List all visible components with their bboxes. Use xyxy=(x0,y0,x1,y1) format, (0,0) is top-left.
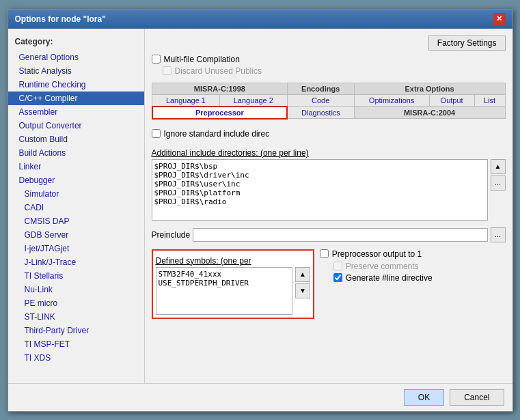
compilation-options: Multi-file Compilation Discard Unused Pu… xyxy=(152,55,506,76)
sidebar-item-linker[interactable]: Linker xyxy=(8,160,144,173)
defined-symbols-scroll-down[interactable]: ▼ xyxy=(295,283,310,298)
tab-header-misra1998: MISRA-C:1998 xyxy=(152,83,288,94)
additional-include-section: Additional include directories: (one per… xyxy=(152,145,506,221)
preinclude-label: Preinclude xyxy=(152,230,191,240)
include-scroll-up[interactable]: ▲ xyxy=(491,159,506,174)
discard-unused-checkbox-row: Discard Unused Publics xyxy=(152,66,506,76)
dialog: Options for node "lora" ✕ Category: Gene… xyxy=(8,9,513,412)
sidebar-item-debugger[interactable]: Debugger xyxy=(8,173,144,187)
generate-directive-label: Generate #line directive xyxy=(346,273,433,283)
tab-language1[interactable]: Language 1 xyxy=(152,94,220,107)
sidebar-item-jlink[interactable]: J-Link/J-Trace xyxy=(8,255,144,269)
tab-list[interactable]: List xyxy=(474,94,505,107)
defined-symbols-input[interactable]: STM32F40_41xxx USE_STDPERIPH_DRIVER xyxy=(156,267,292,315)
preinclude-row: Preinclude … xyxy=(152,227,506,242)
tab-diagnostics[interactable]: Diagnostics xyxy=(287,107,354,119)
defined-symbols-buttons: ▲ ▼ xyxy=(295,267,310,315)
preproc-options: Preserve comments Generate #line directi… xyxy=(320,262,506,283)
tab-preprocessor[interactable]: Preprocessor xyxy=(152,107,288,119)
sidebar-item-gdb-server[interactable]: GDB Server xyxy=(8,228,144,242)
factory-settings-button[interactable]: Factory Settings xyxy=(428,36,506,51)
preprocessor-right: Preprocessor output to 1 Preserve commen… xyxy=(320,249,506,319)
sidebar: Category: General Options Static Analysi… xyxy=(8,29,145,383)
generate-directive-option: Generate #line directive xyxy=(333,273,506,283)
tab-header-encodings: Encodings xyxy=(287,83,354,94)
sidebar-item-st-link[interactable]: ST-LINK xyxy=(8,310,144,324)
tabs-table: MISRA-C:1998 Encodings Extra Options Lan… xyxy=(152,83,506,120)
ignore-include-row: Ignore standard include direc xyxy=(152,129,506,139)
discard-unused-label: Discard Unused Publics xyxy=(175,66,262,76)
sidebar-item-build-actions[interactable]: Build Actions xyxy=(8,146,144,160)
sidebar-item-assembler[interactable]: Assembler xyxy=(8,105,144,119)
tab-code[interactable]: Code xyxy=(287,94,354,107)
tab-output[interactable]: Output xyxy=(429,94,474,107)
sidebar-item-ijet[interactable]: I-jet/JTAGjet xyxy=(8,242,144,255)
sidebar-item-ti-msp[interactable]: TI MSP-FET xyxy=(8,337,144,351)
ok-button[interactable]: OK xyxy=(404,389,444,406)
dialog-footer: OK Cancel xyxy=(8,383,512,411)
defined-symbols-scroll-up[interactable]: ▲ xyxy=(295,267,310,282)
sidebar-item-output-converter[interactable]: Output Converter xyxy=(8,119,144,132)
sidebar-item-static[interactable]: Static Analysis xyxy=(8,64,144,78)
defined-symbols-label: Defined symbols: (one per xyxy=(156,256,310,266)
sidebar-item-runtime[interactable]: Runtime Checking xyxy=(8,78,144,92)
tab-header-extra: Extra Options xyxy=(354,83,505,94)
discard-unused-checkbox[interactable] xyxy=(163,66,172,75)
factory-settings-row: Factory Settings xyxy=(152,36,506,51)
sidebar-item-third-party[interactable]: Third-Party Driver xyxy=(8,324,144,337)
multi-file-label: Multi-file Compilation xyxy=(164,55,240,64)
tab-misra2004: MISRA-C:2004 xyxy=(354,107,505,119)
multi-file-checkbox-row: Multi-file Compilation xyxy=(152,55,506,64)
close-button[interactable]: ✕ xyxy=(493,13,506,25)
generate-directive-checkbox[interactable] xyxy=(333,273,342,282)
include-scroll-buttons: ▲ … xyxy=(491,159,506,221)
preserve-comments-checkbox[interactable] xyxy=(333,262,342,270)
title-bar: Options for node "lora" ✕ xyxy=(8,10,512,29)
sidebar-item-simulator[interactable]: Simulator xyxy=(8,187,144,201)
tab-language2[interactable]: Language 2 xyxy=(219,94,287,107)
defined-symbols-wrapper: STM32F40_41xxx USE_STDPERIPH_DRIVER ▲ ▼ xyxy=(156,267,310,315)
preinclude-browse-btn[interactable]: … xyxy=(491,227,506,242)
sidebar-item-ti-stellaris[interactable]: TI Stellaris xyxy=(8,269,144,283)
include-area-wrapper: $PROJ_DIR$\bsp $PROJ_DIR$\driver\inc $PR… xyxy=(152,159,506,221)
preserve-comments-option: Preserve comments xyxy=(333,262,506,271)
preproc-output-label: Preprocessor output to 1 xyxy=(332,249,422,259)
bottom-section: Defined symbols: (one per STM32F40_41xxx… xyxy=(152,249,506,319)
include-browse-btn[interactable]: … xyxy=(491,176,506,191)
sidebar-item-pe-micro[interactable]: PE micro xyxy=(8,296,144,310)
include-directories-input[interactable]: $PROJ_DIR$\bsp $PROJ_DIR$\driver\inc $PR… xyxy=(152,159,488,221)
sidebar-item-nu-link[interactable]: Nu-Link xyxy=(8,283,144,296)
ignore-include-label: Ignore standard include direc xyxy=(164,129,270,139)
sidebar-item-cmsis-dap[interactable]: CMSIS DAP xyxy=(8,214,144,228)
defined-symbols-box: Defined symbols: (one per STM32F40_41xxx… xyxy=(152,249,314,319)
sidebar-item-ti-xds[interactable]: TI XDS xyxy=(8,351,144,365)
preproc-output-checkbox[interactable] xyxy=(320,249,329,258)
preserve-comments-label: Preserve comments xyxy=(346,262,419,271)
ignore-include-checkbox[interactable] xyxy=(152,129,161,138)
tab-optimizations[interactable]: Optimizations xyxy=(354,94,429,107)
additional-include-label: Additional include directories: (one per… xyxy=(152,148,506,158)
cancel-button[interactable]: Cancel xyxy=(450,389,504,406)
content-area: Category: General Options Static Analysi… xyxy=(8,29,512,383)
dialog-title: Options for node "lora" xyxy=(15,14,106,24)
category-label: Category: xyxy=(8,34,144,49)
preinclude-input[interactable] xyxy=(193,228,487,242)
multi-file-checkbox[interactable] xyxy=(152,55,161,64)
sidebar-item-cpp-compiler[interactable]: C/C++ Compiler xyxy=(8,92,144,105)
sidebar-item-custom-build[interactable]: Custom Build xyxy=(8,132,144,146)
sidebar-item-general[interactable]: General Options xyxy=(8,51,144,64)
sidebar-item-cadi[interactable]: CADI xyxy=(8,201,144,214)
preproc-output-row: Preprocessor output to 1 xyxy=(320,249,506,259)
main-panel: Factory Settings Multi-file Compilation … xyxy=(145,29,512,383)
